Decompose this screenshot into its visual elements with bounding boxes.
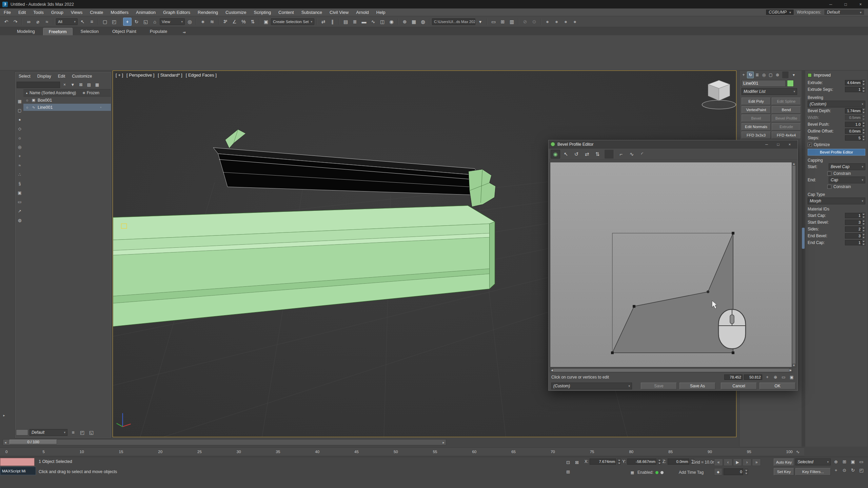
zoom-all-icon[interactable]: ⊞ bbox=[841, 458, 848, 466]
visibility-icon[interactable]: ○ bbox=[25, 105, 29, 109]
time-slider-left-arrow-icon[interactable]: ◂ bbox=[3, 441, 8, 444]
z-coordinate-field[interactable]: 0.0mm bbox=[668, 459, 689, 465]
render-presets-icon[interactable]: ▭ bbox=[489, 18, 498, 26]
line001-object[interactable] bbox=[213, 129, 495, 207]
pan-view-icon[interactable]: + bbox=[832, 466, 840, 474]
select-and-place-icon[interactable]: ⌂ bbox=[151, 18, 159, 26]
zoom-region-icon[interactable]: ▭ bbox=[857, 458, 865, 466]
y-coordinate-field[interactable]: -58.667mm bbox=[627, 459, 656, 465]
end-cap-dropdown[interactable]: Cap▾ bbox=[829, 177, 865, 183]
extrude-segs-field[interactable]: 1 bbox=[845, 87, 862, 92]
profile-canvas[interactable] bbox=[550, 162, 793, 367]
menu-animation[interactable]: Animation bbox=[132, 8, 159, 16]
render-iterative-icon[interactable]: ⊙ bbox=[530, 18, 538, 26]
modifier-button-bevel[interactable]: Bevel bbox=[742, 115, 771, 122]
end-cap-field[interactable]: 1 bbox=[845, 240, 862, 245]
profile-mode-icon[interactable]: ◉ bbox=[551, 150, 560, 159]
maxscript-mini-listener[interactable]: MAXScript Mi bbox=[0, 467, 36, 475]
mode-value[interactable]: Improved bbox=[814, 73, 831, 78]
modifier-button-edit-poly[interactable]: Edit Poly bbox=[742, 98, 771, 105]
modifier-button-vertexpaint[interactable]: VertexPaint bbox=[742, 106, 771, 114]
explorer-column-header[interactable]: ▲ Name (Sorted Ascending) ❄Frozen bbox=[23, 89, 111, 97]
redo-icon[interactable]: ↷ bbox=[11, 18, 20, 26]
canvas-vertical-scrollbar[interactable]: ▲▼ bbox=[792, 162, 796, 367]
auto-key-button[interactable]: Auto Key bbox=[774, 459, 794, 466]
named-selection-sets-dropdown[interactable]: Create Selection Set▾ bbox=[271, 18, 314, 25]
spinner-snap-icon[interactable]: ⇅ bbox=[249, 18, 257, 26]
track-bar[interactable]: 0510152025303540455055606570758085909510… bbox=[0, 447, 804, 456]
menu-group[interactable]: Group bbox=[47, 8, 67, 16]
menu-arnold[interactable]: Arnold bbox=[352, 8, 373, 16]
select-and-manipulate-icon[interactable]: ∗ bbox=[199, 18, 207, 26]
menu-graph-editors[interactable]: Graph Editors bbox=[159, 8, 194, 16]
viewport-layout-icon[interactable]: ⊞ bbox=[498, 18, 507, 26]
toggle-scene-explorer-icon[interactable]: ▤ bbox=[341, 18, 350, 26]
percent-snap-icon[interactable]: % bbox=[239, 18, 248, 26]
go-to-start-icon[interactable]: « bbox=[714, 459, 723, 466]
bind-to-space-warp-icon[interactable]: ≈ bbox=[43, 18, 51, 26]
display-groups-icon[interactable]: ▭ bbox=[16, 199, 23, 205]
viewport-standard-menu[interactable]: [ Standard* ] bbox=[158, 73, 182, 78]
view-hierarchy-icon[interactable]: ▦ bbox=[94, 81, 101, 88]
start-bevel-field[interactable]: 3 bbox=[845, 220, 862, 225]
cap-type-dropdown[interactable]: Morph▾ bbox=[808, 198, 865, 204]
unlink-selection-icon[interactable]: ⌀ bbox=[34, 18, 42, 26]
y-spinner[interactable]: ▲▼ bbox=[658, 459, 661, 465]
utilities-tab-icon[interactable]: ⊛ bbox=[774, 72, 781, 78]
end-bevel-field[interactable]: 3 bbox=[845, 233, 862, 239]
menu-create[interactable]: Create bbox=[86, 8, 107, 16]
next-frame-icon[interactable]: › bbox=[743, 459, 751, 466]
cancel-button[interactable]: Cancel bbox=[721, 383, 757, 389]
menu-modifiers[interactable]: Modifiers bbox=[107, 8, 132, 16]
list-item-line001[interactable]: ○∿Line001▫ bbox=[23, 104, 111, 111]
display-geometry-icon[interactable]: ● bbox=[16, 116, 23, 123]
search-input[interactable] bbox=[17, 82, 60, 88]
ok-button[interactable]: OK bbox=[760, 383, 795, 389]
render-history-icon[interactable]: ⊘ bbox=[521, 18, 529, 26]
mirror-vertical-icon[interactable]: ⇅ bbox=[593, 150, 602, 159]
browse-project-icon[interactable]: ▾ bbox=[476, 18, 485, 26]
ribbon-config-icon[interactable]: ▪▾ bbox=[180, 29, 189, 35]
mirror-icon[interactable]: ⇄ bbox=[319, 18, 328, 26]
frame-spinner[interactable]: ▲▼ bbox=[745, 469, 748, 475]
viewport-general-menu[interactable]: [ + ] bbox=[116, 73, 123, 78]
time-slider-right-arrow-icon[interactable]: ▸ bbox=[441, 441, 446, 444]
modify-tab-icon[interactable]: ↻ bbox=[747, 72, 754, 78]
command-panel-scrollbar[interactable] bbox=[802, 70, 805, 447]
project-folder-field[interactable]: C:\Users\Ul...ds Max 2022 bbox=[432, 18, 475, 25]
material-editor-icon[interactable]: ◉ bbox=[387, 18, 396, 26]
set-key-button[interactable]: Set Key bbox=[774, 468, 794, 475]
window-crossing-icon[interactable]: ◰ bbox=[110, 18, 118, 26]
viewport-pov-menu[interactable]: [ Perspective ] bbox=[126, 73, 154, 78]
display-xrefs-icon[interactable]: ↗ bbox=[16, 208, 23, 215]
steps-field[interactable]: 5 bbox=[845, 135, 862, 141]
maxscript-macro-recorder[interactable] bbox=[0, 458, 35, 466]
ribbon-tab-freeform[interactable]: Freeform bbox=[43, 28, 73, 35]
go-to-end-icon[interactable]: » bbox=[752, 459, 761, 466]
snaps-toggle-icon[interactable]: 3³ bbox=[221, 18, 230, 26]
outline-offset-field[interactable]: 0.0mm bbox=[845, 128, 862, 134]
panel-splitter-arrow-icon[interactable]: ▸ bbox=[1, 412, 7, 418]
ribbon-tab-selection[interactable]: Selection bbox=[75, 28, 104, 35]
dialog-maximize-button[interactable]: □ bbox=[772, 141, 784, 148]
material-sphere-icon-2[interactable]: ● bbox=[552, 18, 561, 26]
menu-views[interactable]: Views bbox=[67, 8, 86, 16]
selection-lock-toggle-icon[interactable]: ⊠ bbox=[573, 459, 581, 466]
save-button[interactable]: Save bbox=[641, 383, 677, 389]
viewport-shading-menu[interactable]: [ Edged Faces ] bbox=[186, 73, 217, 78]
frozen-column-header[interactable]: Frozen bbox=[87, 90, 99, 95]
minimize-button[interactable]: ─ bbox=[823, 0, 838, 8]
filter-icon[interactable]: ▼ bbox=[69, 81, 76, 88]
select-and-scale-icon[interactable]: ◱ bbox=[141, 18, 150, 26]
previous-frame-icon[interactable]: ‹ bbox=[724, 459, 732, 466]
walk-through-icon[interactable]: ⊙ bbox=[841, 466, 848, 474]
dialog-title-bar[interactable]: Bevel Profile Editor ─ □ × bbox=[549, 140, 797, 148]
zoom-icon[interactable]: ⊕ bbox=[832, 458, 840, 466]
display-helpers-icon[interactable]: + bbox=[16, 153, 23, 160]
select-and-move-icon[interactable]: + bbox=[123, 18, 132, 26]
modifier-button-bend[interactable]: Bend bbox=[772, 106, 801, 114]
beveling-preset-dropdown[interactable]: (Custom)▾ bbox=[808, 101, 865, 107]
add-time-tag[interactable]: Add Time Tag bbox=[679, 470, 704, 475]
list-item-box001[interactable]: ○▣Box001 bbox=[23, 97, 111, 104]
undo-icon[interactable]: ↶ bbox=[2, 18, 11, 26]
